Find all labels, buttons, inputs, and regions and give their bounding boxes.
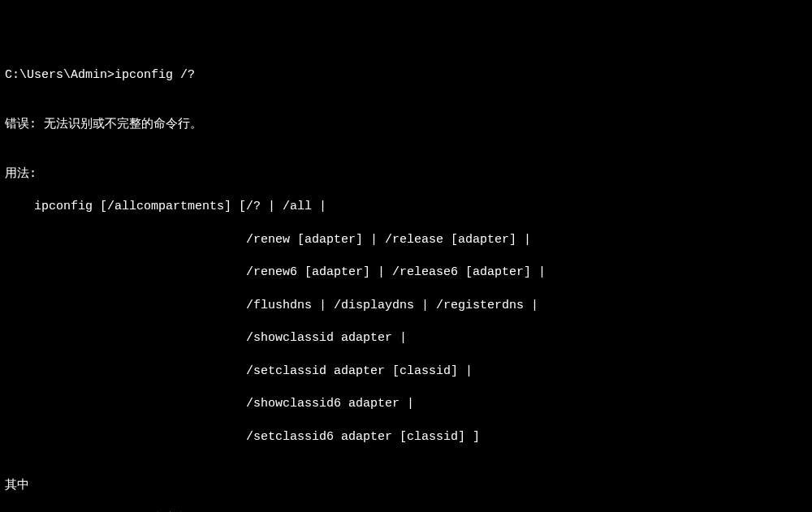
usage-line: /showclassid adapter | [5,330,807,346]
usage-line: /setclassid6 adapter [classid] ] [5,429,807,445]
usage-line: /renew [adapter] | /release [adapter] | [5,232,807,248]
usage-header: 用法: [5,166,807,183]
usage-line: ipconfig [/allcompartments] [/? | /all | [5,199,807,215]
where-header: 其中 [5,478,807,494]
usage-line: /setclassid adapter [classid] | [5,364,807,380]
error-line: 错误: 无法识别或不完整的命令行。 [5,117,807,133]
usage-line: /renew6 [adapter] | /release6 [adapter] … [5,265,807,281]
usage-line: /flushdns | /displaydns | /registerdns | [5,298,807,314]
prompt-line[interactable]: C:\Users\Admin>ipconfig /? [5,67,807,84]
usage-line: /showclassid6 adapter | [5,396,807,412]
